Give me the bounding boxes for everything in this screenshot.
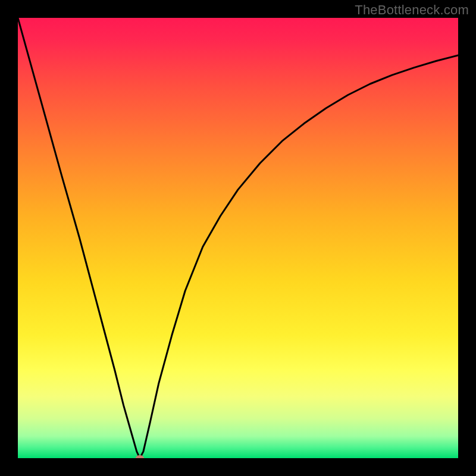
chart-frame: TheBottleneck.com bbox=[0, 0, 476, 476]
plot-area bbox=[18, 18, 458, 458]
curve-line bbox=[18, 18, 458, 458]
minimum-marker bbox=[136, 455, 144, 458]
watermark-text: TheBottleneck.com bbox=[355, 2, 469, 18]
